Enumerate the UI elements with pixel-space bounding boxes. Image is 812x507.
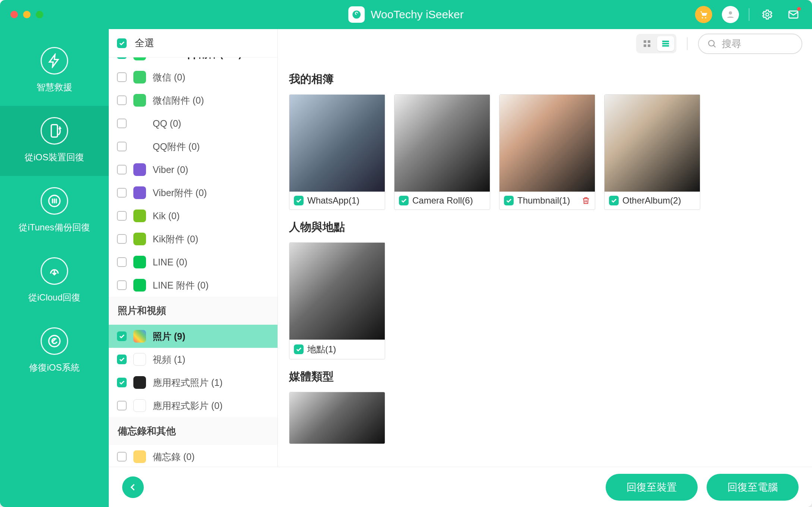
category-row[interactable]: LINE (0) <box>109 251 277 274</box>
gallery: 我的相簿WhatsApp(1)Camera Roll(6)Thumbnail(1… <box>278 58 812 507</box>
category-label: WhatsApp附件 (203) <box>153 57 242 60</box>
category-row[interactable]: Viber (0) <box>109 158 277 181</box>
album-card[interactable]: OtherAlbum(2) <box>604 94 700 210</box>
separator <box>687 37 688 50</box>
album-caption: Camera Roll(6) <box>394 192 490 210</box>
category-row[interactable]: 應用程式照片 (1) <box>109 371 277 394</box>
grid-view-button[interactable] <box>638 36 656 51</box>
category-row[interactable]: QQ附件 (0) <box>109 135 277 158</box>
recover-to-computer-button[interactable]: 回復至電腦 <box>707 474 799 501</box>
app-icon <box>133 450 146 463</box>
titlebar-actions <box>695 6 802 23</box>
category-section-header: 照片和視頻 <box>109 297 277 325</box>
album-grid: 地點(1) <box>289 242 801 359</box>
checkbox[interactable] <box>117 378 127 387</box>
category-row[interactable]: LINE 附件 (0) <box>109 274 277 297</box>
checkbox[interactable] <box>294 344 304 354</box>
checkbox[interactable] <box>117 188 127 198</box>
category-label: 應用程式照片 (1) <box>153 377 223 389</box>
maximize-window-button[interactable] <box>36 11 43 18</box>
checkbox[interactable] <box>117 280 127 290</box>
cart-button[interactable] <box>695 6 712 23</box>
category-row[interactable]: Kik附件 (0) <box>109 227 277 251</box>
footer-bar: 回復至裝置 回復至電腦 <box>109 467 812 507</box>
svg-point-7 <box>49 336 60 347</box>
category-row[interactable]: QQ (0) <box>109 112 277 135</box>
app-icon <box>133 279 146 292</box>
checkbox[interactable] <box>117 211 127 221</box>
album-card[interactable]: Camera Roll(6) <box>394 94 490 210</box>
album-caption: OtherAlbum(2) <box>605 192 700 210</box>
svg-point-15 <box>708 40 714 46</box>
nav-item[interactable]: 從iOS裝置回復 <box>0 106 109 176</box>
svg-point-0 <box>702 17 703 18</box>
nav-item[interactable]: 從iTunes備份回復 <box>0 176 109 246</box>
nav-item[interactable]: 修復iOS系統 <box>0 316 109 386</box>
search-input[interactable]: 搜尋 <box>698 34 802 54</box>
checkbox[interactable] <box>399 196 409 205</box>
app-icon <box>133 233 146 245</box>
album-card[interactable]: Thumbnail(1) <box>499 94 595 210</box>
category-row[interactable]: Viber附件 (0) <box>109 181 277 204</box>
category-row[interactable]: Kik (0) <box>109 204 277 227</box>
album-thumbnail <box>289 392 385 444</box>
content-toolbar: 搜尋 <box>278 29 812 58</box>
app-icon <box>133 353 146 366</box>
svg-rect-8 <box>644 40 646 43</box>
trash-icon[interactable] <box>581 196 590 205</box>
close-window-button[interactable] <box>10 11 18 18</box>
app-icon <box>133 140 146 153</box>
checkbox[interactable] <box>609 196 619 205</box>
album-card[interactable] <box>289 392 385 444</box>
nav-item[interactable]: 從iCloud回復 <box>0 246 109 316</box>
category-row[interactable]: 應用程式影片 (0) <box>109 394 277 417</box>
checkbox[interactable] <box>117 331 127 341</box>
category-row[interactable]: 微信附件 (0) <box>109 89 277 112</box>
messages-button[interactable] <box>785 6 802 23</box>
nav-icon <box>41 187 68 215</box>
album-card[interactable]: WhatsApp(1) <box>289 94 385 210</box>
category-row[interactable]: WhatsApp附件 (203) <box>109 57 277 66</box>
recover-to-device-button[interactable]: 回復至裝置 <box>606 474 698 501</box>
nav-item[interactable]: 智慧救援 <box>0 36 109 106</box>
checkbox[interactable] <box>117 72 127 82</box>
app-icon <box>133 57 146 60</box>
svg-rect-13 <box>662 43 669 44</box>
category-row[interactable]: 備忘錄 (0) <box>109 445 277 468</box>
album-label: Camera Roll(6) <box>412 195 473 206</box>
app-logo-icon <box>348 6 365 23</box>
checkbox[interactable] <box>504 196 514 205</box>
album-label: OtherAlbum(2) <box>622 195 681 206</box>
app-icon <box>133 71 146 84</box>
category-row[interactable]: 微信 (0) <box>109 66 277 89</box>
search-icon <box>707 39 717 48</box>
content-area: 搜尋 我的相簿WhatsApp(1)Camera Roll(6)Thumbnai… <box>278 29 812 507</box>
gallery-section-title: 媒體類型 <box>289 369 801 384</box>
checkbox[interactable] <box>117 452 127 462</box>
select-all-checkbox[interactable] <box>117 38 127 48</box>
settings-button[interactable] <box>759 6 775 23</box>
checkbox[interactable] <box>117 401 127 410</box>
app-icon <box>133 163 146 176</box>
checkbox[interactable] <box>117 142 127 151</box>
checkbox[interactable] <box>294 196 304 205</box>
checkbox[interactable] <box>117 165 127 174</box>
checkbox[interactable] <box>117 57 127 59</box>
account-button[interactable] <box>722 6 739 23</box>
category-row[interactable]: 照片 (9) <box>109 325 277 348</box>
back-button[interactable] <box>122 476 144 498</box>
album-card[interactable]: 地點(1) <box>289 242 385 359</box>
checkbox[interactable] <box>117 257 127 267</box>
checkbox[interactable] <box>117 119 127 128</box>
checkbox[interactable] <box>117 234 127 244</box>
separator <box>749 8 749 21</box>
checkbox[interactable] <box>117 355 127 364</box>
nav-icon <box>41 117 68 145</box>
list-view-button[interactable] <box>657 36 674 51</box>
category-row[interactable]: 視頻 (1) <box>109 348 277 371</box>
nav-label: 從iOS裝置回復 <box>25 151 84 163</box>
minimize-window-button[interactable] <box>23 11 31 18</box>
album-grid: WhatsApp(1)Camera Roll(6)Thumbnail(1)Oth… <box>289 94 801 210</box>
select-all-row[interactable]: 全選 <box>109 29 277 57</box>
checkbox[interactable] <box>117 95 127 105</box>
